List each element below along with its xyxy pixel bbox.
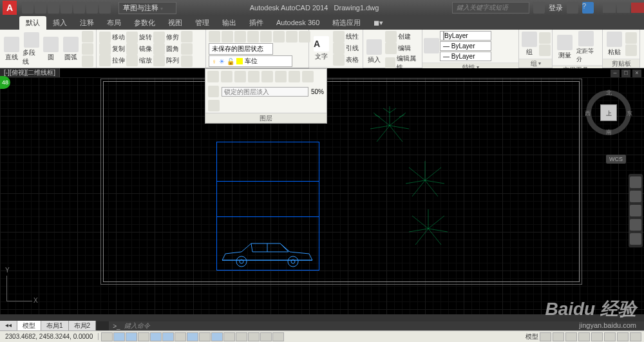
match-button[interactable] <box>425 38 438 54</box>
draw-more-3[interactable] <box>82 55 93 67</box>
status-3dosnap[interactable] <box>175 332 186 341</box>
drawing-car[interactable] <box>219 236 316 268</box>
nav-showmotion-icon[interactable] <box>630 233 641 245</box>
status-sc[interactable] <box>260 332 272 341</box>
tab-annotate[interactable]: 注释 <box>73 16 100 30</box>
status-dyn[interactable] <box>211 332 223 341</box>
wcs-badge[interactable]: WCS <box>606 155 626 164</box>
tab-nav-left[interactable]: ◂◂ <box>0 321 17 331</box>
locked-layer-fade-input[interactable] <box>222 87 308 97</box>
new-icon[interactable] <box>22 2 33 14</box>
cut-icon[interactable] <box>625 32 637 44</box>
tab-layout[interactable]: 布局 <box>100 16 128 30</box>
help-icon[interactable]: ? <box>582 2 594 14</box>
nav-pan-icon[interactable] <box>630 191 641 202</box>
modify-ext-3[interactable] <box>181 55 193 67</box>
modify-ext-2[interactable] <box>181 43 193 55</box>
mirror-icon[interactable] <box>126 43 138 55</box>
layer-fly-b6[interactable] <box>275 71 287 82</box>
block-attr-icon[interactable] <box>385 57 395 69</box>
block-create-icon[interactable] <box>385 31 397 43</box>
viewcube-west[interactable]: 西 <box>585 109 591 118</box>
search-input[interactable]: 鍵入关键字或短语 <box>452 2 529 14</box>
status-grid[interactable] <box>126 332 137 341</box>
draw-more-1[interactable] <box>82 31 93 43</box>
tab-layout1[interactable]: 布局1 <box>41 321 69 331</box>
layer-fly-extra-icon[interactable] <box>208 100 220 111</box>
nav-orbit-icon[interactable] <box>630 219 641 231</box>
tab-parametric[interactable]: 参数化 <box>128 16 162 30</box>
minimize-icon[interactable] <box>603 3 616 13</box>
status-snap[interactable] <box>113 332 125 341</box>
layer-fly-b4[interactable] <box>248 71 260 82</box>
status-qp[interactable] <box>248 332 260 341</box>
workspace-dropdown[interactable]: 草图与注释 ▾ <box>118 2 176 14</box>
layer-fly-b7[interactable] <box>289 71 300 82</box>
status-ortho[interactable] <box>138 332 149 341</box>
plot-icon[interactable] <box>73 2 85 14</box>
paste-button[interactable]: 粘贴 <box>605 32 623 57</box>
polyline-button[interactable]: 多段线 <box>23 32 41 66</box>
status-am[interactable] <box>272 332 284 341</box>
dim-linear-icon[interactable] <box>333 31 345 43</box>
status-r6[interactable] <box>604 332 616 341</box>
color-dropdown[interactable]: ByLayer <box>440 31 491 41</box>
status-r7[interactable] <box>617 332 629 341</box>
text-button[interactable]: A文字 <box>312 36 331 61</box>
status-r2[interactable] <box>553 332 564 341</box>
copy-clip-icon[interactable] <box>625 44 637 56</box>
drawing-tree-3[interactable] <box>406 206 451 251</box>
viewport-label[interactable]: [-][俯视][二维线框] <box>0 68 60 77</box>
copy-icon[interactable] <box>99 43 111 55</box>
status-r4[interactable] <box>578 332 590 341</box>
layer-state-dropdown[interactable]: 未保存的图层状态 <box>209 43 273 55</box>
drawing-tree-1[interactable] <box>367 103 412 148</box>
status-tpy[interactable] <box>236 332 247 341</box>
status-ducs[interactable] <box>199 332 211 341</box>
app-logo-icon[interactable]: A <box>3 1 17 15</box>
status-infer[interactable] <box>101 332 113 341</box>
status-osnap[interactable] <box>162 332 174 341</box>
layer-fly-b1[interactable] <box>207 71 219 82</box>
array-icon[interactable] <box>153 55 165 66</box>
canvas-close-icon[interactable]: × <box>632 70 641 77</box>
save-icon[interactable] <box>48 2 59 14</box>
layer-prop-icon[interactable] <box>209 31 220 43</box>
viewcube-north[interactable]: 北 <box>606 89 612 97</box>
tab-manage[interactable]: 管理 <box>189 16 216 30</box>
tab-output[interactable]: 输出 <box>216 16 243 30</box>
layer-fly-merge-icon[interactable] <box>208 86 219 97</box>
group-b1[interactable] <box>539 32 551 44</box>
viewcube[interactable]: 上 北 南 东 西 <box>586 90 631 135</box>
status-r3[interactable] <box>565 332 577 341</box>
measure-button[interactable]: 测量 <box>555 35 574 60</box>
viewcube-east[interactable]: 东 <box>627 109 632 118</box>
redo-icon[interactable] <box>99 2 111 14</box>
coordinates-display[interactable]: 2303.4682, 2458.3244, 0.0000 <box>0 333 99 340</box>
close-icon[interactable] <box>631 3 644 13</box>
status-r1[interactable] <box>540 332 551 341</box>
maximize-icon[interactable] <box>617 3 630 13</box>
tab-model[interactable]: 模型 <box>17 321 41 331</box>
fillet-icon[interactable] <box>153 43 165 55</box>
layer-fly-b5[interactable] <box>261 71 273 82</box>
nav-zoom-icon[interactable] <box>630 205 641 216</box>
layer-b2[interactable] <box>222 31 233 43</box>
tab-layout2[interactable]: 布局2 <box>69 321 97 331</box>
nav-wheel-icon[interactable] <box>630 176 641 188</box>
divide-button[interactable]: 定距等分 <box>576 31 596 64</box>
draw-more-2[interactable] <box>82 43 93 55</box>
circle-button[interactable]: 圆 <box>43 37 61 62</box>
drawing-tree-2[interactable] <box>402 158 448 203</box>
viewcube-south[interactable]: 南 <box>606 128 612 137</box>
tab-featured[interactable]: 精选应用 <box>326 16 367 30</box>
exchange-icon[interactable] <box>567 2 578 14</box>
status-model-label[interactable]: 模型 <box>526 332 538 341</box>
login-button[interactable]: 登录 <box>549 3 563 13</box>
scale-icon[interactable] <box>126 55 138 66</box>
group-b2[interactable] <box>539 44 551 56</box>
layer-b3[interactable] <box>234 31 246 43</box>
arc-button[interactable]: 圆弧 <box>62 37 80 62</box>
trim-icon[interactable] <box>153 32 165 43</box>
viewcube-top[interactable]: 上 <box>600 104 617 121</box>
